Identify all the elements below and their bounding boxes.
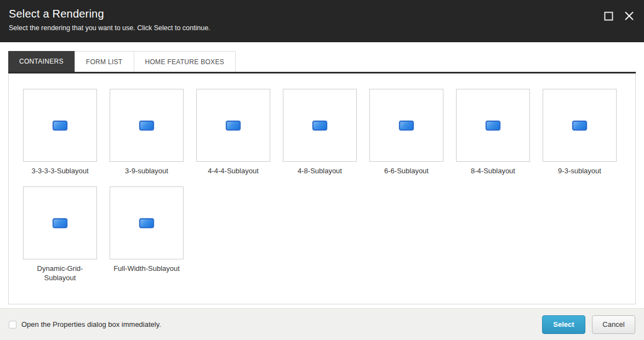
rendering-label: 3-3-3-3-Sublayout (23, 167, 97, 175)
close-button[interactable] (623, 10, 635, 22)
rendering-thumbnail (110, 89, 184, 162)
rendering-thumbnail (283, 89, 357, 162)
maximize-icon (604, 12, 613, 21)
rendering-label: 9-3-sublayout (543, 167, 617, 175)
rendering-label: 4-4-4-Sublayout (196, 167, 270, 175)
window-controls (602, 10, 635, 22)
rendering-thumbnail (456, 89, 530, 162)
rendering-label: 4-8-Sublayout (283, 167, 357, 175)
rendering-item[interactable]: 3-9-sublayout (110, 89, 184, 175)
rendering-item[interactable]: 6-6-Sublayout (369, 89, 443, 175)
rendering-thumbnail (369, 89, 443, 162)
sublayout-icon (226, 121, 241, 131)
rendering-item[interactable]: 4-4-4-Sublayout (196, 89, 270, 175)
rendering-label: 3-9-sublayout (110, 167, 184, 175)
tab-bar: CONTAINERS FORM LIST HOME FEATURE BOXES (8, 51, 636, 73)
rendering-label: Dynamic-Grid-Sublayout (23, 264, 97, 282)
rendering-thumbnail (196, 89, 270, 162)
rendering-item[interactable]: 9-3-sublayout (543, 89, 617, 175)
maximize-button[interactable] (602, 10, 614, 22)
renderings-grid: 3-3-3-3-Sublayout 3-9-sublayout 4-4-4-Su… (23, 89, 621, 282)
rendering-thumbnail (23, 89, 97, 162)
footer-buttons: Select Cancel (542, 315, 635, 334)
page-title: Select a Rendering (9, 8, 635, 20)
dialog-header: Select a Rendering Select the rendering … (0, 0, 644, 42)
tab-home-feature-boxes[interactable]: HOME FEATURE BOXES (134, 51, 236, 72)
cancel-button[interactable]: Cancel (592, 315, 635, 334)
rendering-thumbnail (23, 186, 97, 259)
rendering-label: Full-Width-Sublayout (110, 264, 184, 273)
rendering-item[interactable]: 4-8-Sublayout (283, 89, 357, 175)
select-button[interactable]: Select (542, 315, 585, 334)
rendering-item[interactable]: 8-4-Sublayout (456, 89, 530, 175)
sublayout-icon (139, 121, 154, 131)
page-subtitle: Select the rendering that you want to us… (9, 24, 635, 32)
sublayout-icon (399, 121, 414, 131)
tab-form-list[interactable]: FORM LIST (75, 51, 134, 72)
sublayout-icon (312, 121, 327, 131)
tab-containers[interactable]: CONTAINERS (8, 51, 75, 72)
rendering-thumbnail (110, 186, 184, 259)
dialog-footer: Open the Properties dialog box immediate… (0, 308, 644, 340)
properties-checkbox-label: Open the Properties dialog box immediate… (21, 320, 161, 328)
sublayout-icon (486, 121, 500, 131)
sublayout-icon (53, 121, 67, 131)
sublayout-icon (139, 218, 154, 228)
sublayout-icon (53, 218, 67, 228)
properties-checkbox-group: Open the Properties dialog box immediate… (9, 320, 161, 328)
properties-checkbox[interactable] (9, 321, 16, 328)
rendering-item[interactable]: 3-3-3-3-Sublayout (23, 89, 97, 175)
rendering-thumbnail (543, 89, 617, 162)
sublayout-icon (572, 121, 587, 131)
rendering-label: 6-6-Sublayout (369, 167, 443, 175)
rendering-item[interactable]: Dynamic-Grid-Sublayout (23, 186, 97, 282)
rendering-label: 8-4-Sublayout (456, 167, 530, 175)
close-icon (624, 11, 634, 21)
renderings-panel: 3-3-3-3-Sublayout 3-9-sublayout 4-4-4-Su… (8, 73, 636, 304)
rendering-item[interactable]: Full-Width-Sublayout (110, 186, 184, 273)
